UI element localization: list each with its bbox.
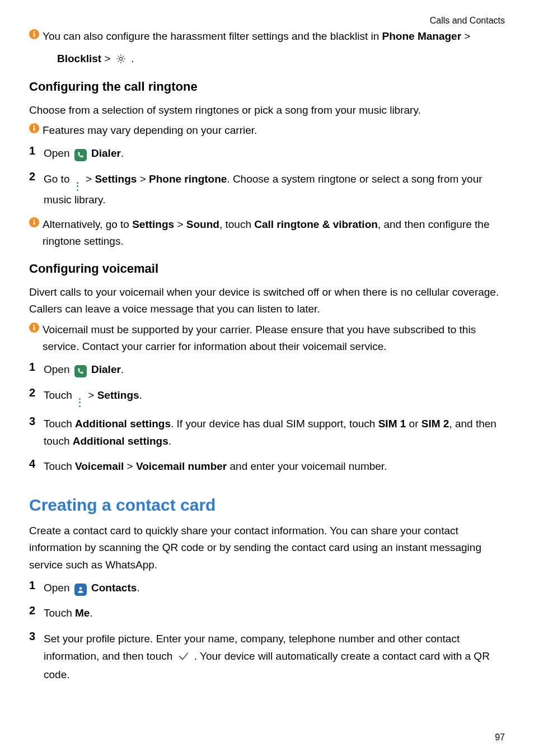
info-icon: [29, 217, 39, 227]
info-tip-alternative: Alternatively, go to Settings > Sound, t…: [29, 216, 505, 250]
sep: >: [461, 30, 470, 42]
heading-contact-card: Creating a contact card: [29, 496, 505, 515]
check-icon: [177, 648, 190, 665]
label-settings: Settings: [132, 218, 174, 230]
more-vertical-icon: [75, 182, 81, 191]
label-voicemail-number: Voicemail number: [136, 460, 227, 472]
heading-ringtone: Configuring the call ringtone: [29, 80, 505, 94]
label-additional-settings: Additional settings: [75, 418, 171, 430]
info-icon: [29, 123, 39, 133]
label-dialer: Dialer: [91, 363, 121, 375]
text: Voicemail must be supported by your carr…: [43, 321, 505, 356]
contact-card-steps: 1 Open Contacts. 2 Touch Me. 3 Set your …: [29, 579, 505, 683]
svg-rect-9: [34, 222, 35, 226]
step-2: 2 Touch Me.: [29, 604, 505, 622]
step-number: 2: [29, 170, 44, 183]
sep: >: [137, 173, 149, 185]
svg-rect-6: [34, 127, 35, 131]
text: .: [168, 435, 171, 447]
text: , touch: [219, 218, 254, 230]
contacts-app-icon: [74, 584, 87, 596]
text: Touch: [44, 389, 75, 401]
label-sound: Sound: [186, 218, 219, 230]
info-icon: [29, 29, 39, 39]
ringtone-steps: 1 Open Dialer. 2 Go to > Settings > Phon…: [29, 144, 505, 208]
label-settings: Settings: [95, 173, 137, 185]
page-number: 97: [495, 732, 505, 743]
label-sim2: SIM 2: [421, 418, 449, 430]
text: Alternatively, go to: [43, 218, 132, 230]
svg-point-3: [119, 58, 122, 60]
text: Touch: [44, 460, 75, 472]
voicemail-intro: Divert calls to your voicemail when your…: [29, 284, 505, 318]
svg-point-11: [33, 324, 35, 326]
text: or: [406, 418, 421, 430]
info-tip-blocklist: You can also configure the harassment fi…: [29, 28, 505, 68]
svg-rect-12: [34, 326, 35, 330]
label-call-ringtone-vibration: Call ringtone & vibration: [254, 218, 378, 230]
text: .: [121, 363, 124, 375]
label-dialer: Dialer: [91, 147, 121, 159]
sep: >: [124, 460, 136, 472]
chapter-title: Calls and Contacts: [29, 16, 505, 26]
svg-point-5: [33, 125, 35, 127]
text: Go to: [44, 173, 73, 185]
dialer-app-icon: [74, 149, 87, 161]
step-2: 2 Go to > Settings > Phone ringtone. Cho…: [29, 170, 505, 208]
step-number: 1: [29, 144, 44, 157]
step-3: 3 Set your profile picture. Enter your n…: [29, 630, 505, 683]
step-4: 4 Touch Voicemail > Voicemail number and…: [29, 458, 505, 475]
step-number: 3: [29, 415, 44, 428]
text: Touch: [44, 607, 75, 619]
sep: >: [88, 389, 97, 401]
step-2: 2 Touch > Settings.: [29, 386, 505, 407]
step-1: 1 Open Dialer.: [29, 144, 505, 162]
step-number: 3: [29, 630, 44, 643]
text: Features may vary depending on your carr…: [43, 122, 505, 139]
label-me: Me: [75, 607, 90, 619]
label-phone-manager: Phone Manager: [382, 30, 461, 42]
svg-point-1: [33, 31, 35, 32]
text: You can also configure the harassment fi…: [43, 30, 382, 42]
gear-icon: [115, 51, 127, 68]
text: .: [90, 607, 92, 619]
heading-voicemail: Configuring voicemail: [29, 262, 505, 276]
step-3: 3 Touch Additional settings. If your dev…: [29, 415, 505, 450]
ringtone-intro: Choose from a selection of system ringto…: [29, 102, 505, 119]
step-number: 4: [29, 458, 44, 470]
step-1: 1 Open Contacts.: [29, 579, 505, 596]
svg-rect-2: [34, 34, 35, 38]
info-icon: [29, 323, 39, 333]
label-blocklist: Blocklist: [57, 53, 101, 64]
sep: >: [101, 53, 114, 64]
sep: >: [174, 218, 186, 230]
step-number: 2: [29, 604, 44, 617]
svg-point-13: [79, 587, 82, 590]
text: and enter your voicemail number.: [227, 460, 387, 472]
sep: >: [86, 173, 95, 185]
label-phone-ringtone: Phone ringtone: [149, 173, 227, 185]
contact-card-intro: Create a contact card to quickly share y…: [29, 522, 505, 573]
step-number: 2: [29, 386, 44, 399]
more-vertical-icon: [77, 398, 83, 407]
step-number: 1: [29, 361, 44, 374]
label-sim1: SIM 1: [378, 418, 406, 430]
text: .: [128, 53, 134, 64]
label-contacts: Contacts: [91, 582, 137, 594]
text: Touch: [44, 418, 75, 430]
label-additional-settings: Additional settings: [73, 435, 168, 447]
text: .: [139, 389, 142, 401]
text: Open: [44, 147, 73, 159]
dialer-app-icon: [74, 365, 87, 377]
step-number: 1: [29, 579, 44, 592]
label-voicemail: Voicemail: [75, 460, 124, 472]
text: .: [137, 582, 139, 594]
info-tip-voicemail: Voicemail must be supported by your carr…: [29, 321, 505, 356]
info-tip-carrier: Features may vary depending on your carr…: [29, 122, 505, 139]
text: .: [121, 147, 124, 159]
label-settings: Settings: [97, 389, 139, 401]
voicemail-steps: 1 Open Dialer. 2 Touch > Settings. 3 Tou…: [29, 361, 505, 475]
text: . If your device has dual SIM support, t…: [171, 418, 378, 430]
text: Open: [44, 582, 73, 594]
text: Open: [44, 363, 73, 375]
